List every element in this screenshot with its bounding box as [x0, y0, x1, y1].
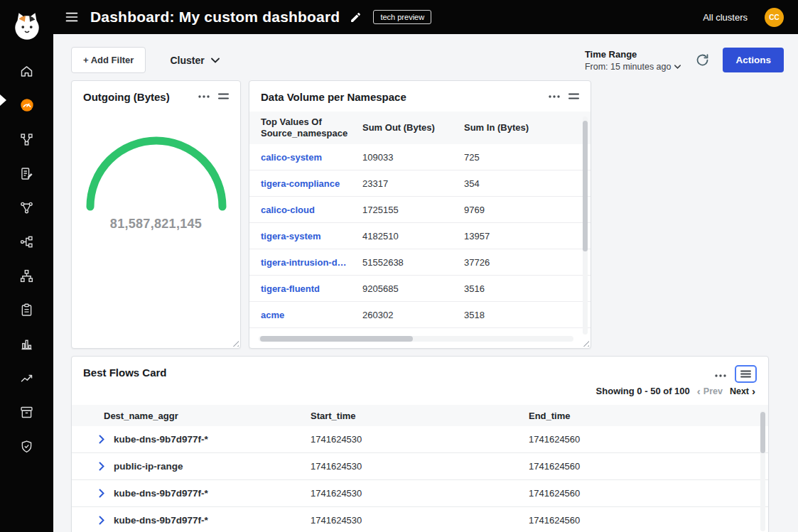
sum-out-value: 9205685 [351, 283, 453, 294]
table-row: kube-dns-9b7d977f-* 1741624530 174162456… [72, 507, 768, 532]
sum-out-value: 4182510 [351, 231, 453, 241]
main-content: + Add Filter Cluster Time Range From: 15… [53, 34, 798, 532]
page-title: Dashboard: My custom dashboard [90, 9, 340, 26]
filter-toolbar: + Add Filter Cluster Time Range From: 15… [71, 47, 784, 73]
next-label: Next [730, 386, 749, 396]
sidebar-item-storage[interactable] [0, 395, 53, 429]
end-time: 1741624560 [529, 434, 768, 445]
sidebar-item-endpoints[interactable] [0, 122, 53, 156]
end-time: 1741624560 [529, 515, 768, 526]
end-time: 1741624560 [529, 461, 768, 472]
menu-icon[interactable] [65, 10, 79, 24]
start-time: 1741624530 [311, 461, 529, 472]
expand-chevron-icon[interactable] [99, 516, 104, 525]
dest-name: public-ip-range [114, 461, 183, 472]
overflow-menu-icon[interactable] [198, 95, 210, 98]
gauge-chart: 81,587,821,145 [72, 136, 240, 232]
expand-chevron-icon[interactable] [99, 489, 104, 498]
drag-handle-icon[interactable] [740, 369, 751, 379]
drag-handle-icon[interactable] [218, 92, 229, 100]
dest-name: kube-dns-9b7d977f-* [114, 515, 208, 526]
sum-in-value: 3518 [453, 310, 559, 320]
pagination-summary: Showing 0 - 50 of 100 [596, 386, 690, 396]
cluster-selector[interactable]: All clusters [703, 12, 748, 23]
pagination: Showing 0 - 50 of 100 ‹ Prev Next › [72, 384, 768, 403]
vertical-scrollbar-thumb[interactable] [760, 412, 765, 453]
table-row: tigera-intrusion-d… 51552638 37726 [249, 249, 591, 276]
chevron-right-icon: › [752, 386, 755, 396]
table-row: public-ip-range 1741624530 1741624560 [72, 453, 768, 480]
drag-handle-icon[interactable] [568, 92, 579, 100]
sidebar-item-policies[interactable] [0, 156, 53, 190]
outgoing-bytes-card: Outgoing (Bytes) 81,587,821,145 [71, 80, 241, 349]
table-header-row: Dest_name_aggr Start_time End_time [72, 405, 768, 426]
namespace-link[interactable]: tigera-intrusion-d… [249, 257, 351, 268]
cluster-dropdown-label: Cluster [170, 55, 204, 66]
refresh-icon[interactable] [695, 53, 710, 67]
sidebar-item-flows[interactable] [0, 224, 53, 259]
sum-in-value: 354 [453, 178, 559, 189]
sidebar-item-compliance[interactable] [0, 293, 53, 327]
sum-out-value: 51552638 [351, 257, 453, 268]
chevron-down-icon [211, 58, 220, 63]
tech-preview-badge: tech preview [373, 10, 431, 24]
chevron-left-icon: ‹ [697, 386, 701, 396]
namespace-table: Top Values Of Source_namespace Sum Out (… [249, 112, 591, 328]
sum-out-value: 23317 [351, 178, 453, 189]
sidebar-item-service-graph[interactable] [0, 190, 53, 224]
prev-page-button[interactable]: ‹ Prev [697, 386, 723, 396]
table-row: kube-dns-9b7d977f-* 1741624530 174162456… [72, 426, 768, 453]
namespace-link[interactable]: tigera-fluentd [249, 283, 351, 294]
expand-chevron-icon[interactable] [99, 462, 104, 471]
sum-out-value: 109033 [351, 152, 453, 163]
table-row: tigera-system 4182510 13957 [249, 223, 591, 249]
avatar[interactable]: CC [765, 8, 784, 27]
namespace-link[interactable]: acme [249, 310, 351, 320]
sum-out-value: 260302 [351, 310, 453, 320]
drag-handle-focus [735, 365, 757, 383]
overflow-menu-icon[interactable] [715, 374, 726, 377]
sidebar-item-logs[interactable] [0, 327, 53, 361]
card-title: Outgoing (Bytes) [83, 91, 170, 103]
add-filter-button[interactable]: + Add Filter [71, 47, 146, 73]
active-item-marker [0, 94, 6, 106]
flows-table: Dest_name_aggr Start_time End_time kube-… [72, 405, 768, 532]
namespace-link[interactable]: calico-cloud [249, 205, 351, 215]
vertical-scrollbar-thumb[interactable] [583, 121, 588, 251]
horizontal-scrollbar-thumb[interactable] [260, 336, 413, 342]
topbar: Dashboard: My custom dashboard tech prev… [53, 0, 798, 34]
column-header: Sum Out (Bytes) [351, 118, 453, 138]
table-row: calico-system 109033 725 [249, 144, 591, 170]
namespace-link[interactable]: calico-system [249, 152, 351, 163]
time-range-block: Time Range From: 15 minutes ago [585, 49, 681, 72]
sum-in-value: 37726 [453, 257, 559, 268]
end-time: 1741624560 [529, 488, 768, 499]
start-time: 1741624530 [311, 488, 529, 499]
sidebar-item-security[interactable] [0, 429, 53, 463]
sidebar-item-timeline[interactable] [0, 361, 53, 395]
time-range-from-dropdown[interactable]: From: 15 minutes ago [585, 62, 681, 72]
expand-chevron-icon[interactable] [99, 435, 104, 444]
namespace-link[interactable]: tigera-compliance [249, 178, 351, 189]
resize-handle[interactable] [232, 340, 239, 347]
namespace-link[interactable]: tigera-system [249, 231, 351, 241]
column-header: Top Values Of Source_namespace [249, 112, 351, 144]
calico-cat-logo[interactable] [11, 10, 43, 43]
table-row: kube-dns-9b7d977f-* 1741624530 174162456… [72, 480, 768, 507]
column-header: Start_time [311, 411, 529, 421]
sum-in-value: 9769 [453, 205, 559, 215]
sidebar-item-dashboards[interactable] [0, 88, 53, 122]
edit-pencil-icon[interactable] [350, 11, 362, 23]
actions-button[interactable]: Actions [723, 48, 784, 72]
cluster-dropdown[interactable]: Cluster [170, 55, 219, 66]
time-range-label: Time Range [585, 49, 681, 60]
overflow-menu-icon[interactable] [549, 95, 560, 98]
gauge-value: 81,587,821,145 [72, 217, 240, 232]
table-row: tigera-fluentd 9205685 3516 [249, 276, 591, 302]
column-header: End_time [529, 411, 768, 421]
next-page-button[interactable]: Next › [730, 386, 755, 396]
resize-handle[interactable] [582, 340, 589, 347]
sidebar-item-clusters[interactable] [0, 259, 53, 293]
start-time: 1741624530 [311, 515, 529, 526]
sidebar-item-home[interactable] [0, 54, 53, 88]
